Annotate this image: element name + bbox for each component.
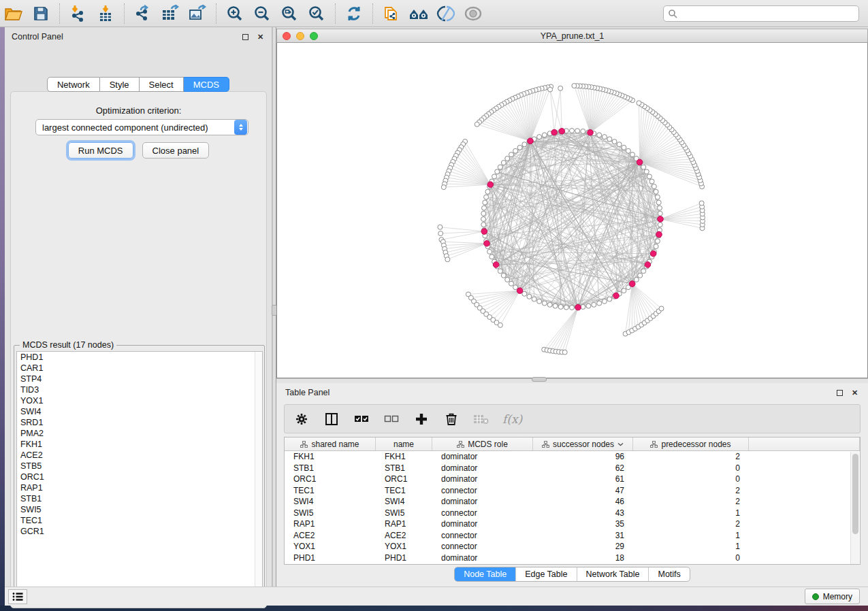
- show-graphics-icon[interactable]: [462, 3, 485, 24]
- select-all-icon[interactable]: [353, 410, 370, 428]
- network-node[interactable]: [575, 129, 580, 133]
- table-row[interactable]: YOX1YOX1connector291: [285, 541, 860, 552]
- network-node[interactable]: [626, 148, 630, 153]
- mcds-node[interactable]: [487, 182, 494, 188]
- network-node[interactable]: [481, 211, 486, 216]
- tab-node-table[interactable]: Node Table: [455, 567, 515, 581]
- network-node[interactable]: [570, 306, 575, 310]
- network-node[interactable]: [654, 189, 658, 194]
- mcds-result-item[interactable]: PMA2: [17, 428, 262, 439]
- close-panel-button[interactable]: Close panel: [142, 142, 210, 159]
- mcds-node[interactable]: [637, 159, 643, 165]
- network-node[interactable]: [641, 269, 646, 274]
- mcds-node[interactable]: [551, 129, 558, 135]
- network-node[interactable]: [602, 135, 607, 139]
- mcds-result-item[interactable]: SWI4: [17, 406, 262, 417]
- network-node[interactable]: [655, 239, 660, 244]
- network-node[interactable]: [498, 323, 502, 327]
- network-node[interactable]: [548, 87, 553, 92]
- network-node[interactable]: [638, 273, 643, 278]
- search-box[interactable]: [663, 5, 859, 22]
- table-row[interactable]: ACE2ACE2connector311: [285, 530, 860, 542]
- tab-mcds[interactable]: MCDS: [184, 77, 229, 92]
- network-node[interactable]: [570, 129, 575, 133]
- network-node[interactable]: [485, 189, 490, 194]
- horizontal-splitter[interactable]: [276, 378, 868, 383]
- clone-network-icon[interactable]: [380, 3, 403, 24]
- network-node[interactable]: [509, 281, 514, 286]
- table-scrollbar-thumb[interactable]: [852, 454, 858, 534]
- refresh-icon[interactable]: [342, 3, 366, 24]
- mcds-node[interactable]: [588, 130, 594, 136]
- network-node[interactable]: [617, 142, 622, 147]
- network-node[interactable]: [655, 195, 660, 199]
- deselect-all-icon[interactable]: [383, 410, 400, 428]
- network-node[interactable]: [586, 303, 591, 308]
- mcds-result-item[interactable]: YOX1: [17, 395, 262, 406]
- mcds-node[interactable]: [481, 229, 487, 235]
- float-panel-icon[interactable]: [835, 389, 844, 397]
- mcds-result-item[interactable]: ORC1: [17, 472, 262, 482]
- network-node[interactable]: [641, 165, 646, 169]
- zoom-selected-icon[interactable]: [305, 3, 328, 24]
- table-row[interactable]: FKH1FKH1dominator962: [285, 451, 860, 463]
- network-node[interactable]: [558, 86, 563, 90]
- criterion-dropdown[interactable]: largest connected component (undirected): [35, 119, 248, 135]
- zoom-fit-icon[interactable]: [278, 3, 301, 24]
- tab-select[interactable]: Select: [140, 77, 184, 92]
- network-node[interactable]: [572, 84, 577, 88]
- tab-style[interactable]: Style: [100, 77, 140, 92]
- column-header-successor-nodes[interactable]: successor nodes: [533, 437, 633, 450]
- network-node[interactable]: [482, 205, 487, 210]
- table-row[interactable]: SWI4SWI4dominator462: [285, 496, 860, 508]
- column-header-MCDS-role[interactable]: MCDS role: [432, 437, 533, 450]
- search-network-icon[interactable]: [407, 3, 430, 24]
- horizontal-splitter-handle[interactable]: [532, 377, 547, 382]
- mcds-result-item[interactable]: SRD1: [17, 417, 262, 428]
- export-table-icon[interactable]: [159, 3, 182, 24]
- mcds-node[interactable]: [656, 231, 662, 237]
- network-node[interactable]: [483, 200, 487, 205]
- column-header-predecessor-nodes[interactable]: predecessor nodes: [633, 437, 749, 450]
- network-node[interactable]: [597, 301, 602, 306]
- mcds-node[interactable]: [645, 262, 651, 268]
- network-node[interactable]: [438, 231, 443, 236]
- mcds-result-item[interactable]: RAP1: [17, 482, 262, 493]
- network-node[interactable]: [659, 306, 664, 311]
- network-node[interactable]: [592, 302, 596, 307]
- mcds-result-item[interactable]: SWI5: [17, 504, 262, 515]
- network-node[interactable]: [484, 195, 489, 199]
- network-node[interactable]: [562, 350, 567, 354]
- network-titlebar[interactable]: YPA_prune.txt_1: [276, 29, 868, 43]
- mcds-result-item[interactable]: TEC1: [17, 515, 262, 526]
- network-node[interactable]: [542, 133, 547, 137]
- network-node[interactable]: [656, 200, 661, 205]
- column-header-shared-name[interactable]: shared name: [285, 437, 376, 450]
- network-node[interactable]: [505, 156, 510, 161]
- network-node[interactable]: [492, 174, 497, 179]
- task-history-button[interactable]: [8, 589, 27, 604]
- tab-motifs[interactable]: Motifs: [648, 567, 689, 581]
- save-icon[interactable]: [29, 3, 52, 24]
- tab-edge-table[interactable]: Edge Table: [515, 567, 576, 581]
- network-node[interactable]: [501, 273, 506, 278]
- network-node[interactable]: [597, 133, 602, 137]
- float-panel-icon[interactable]: [241, 33, 250, 42]
- network-node[interactable]: [505, 278, 510, 282]
- network-node[interactable]: [658, 205, 662, 210]
- network-node[interactable]: [652, 184, 656, 189]
- network-node[interactable]: [699, 201, 704, 205]
- network-node[interactable]: [498, 165, 502, 169]
- zoom-out-icon[interactable]: [251, 3, 274, 24]
- column-header-name[interactable]: name: [376, 437, 432, 450]
- mcds-node[interactable]: [658, 216, 664, 222]
- network-node[interactable]: [513, 148, 518, 153]
- mcds-result-item[interactable]: TID3: [17, 384, 262, 395]
- network-node[interactable]: [445, 257, 450, 262]
- mcds-result-item[interactable]: CAR1: [17, 363, 262, 374]
- network-node[interactable]: [637, 101, 641, 105]
- table-row[interactable]: SWI5SWI5connector431: [285, 508, 860, 519]
- network-node[interactable]: [634, 278, 639, 282]
- table-scrollbar[interactable]: [850, 452, 859, 565]
- close-panel-icon[interactable]: ✕: [850, 389, 859, 397]
